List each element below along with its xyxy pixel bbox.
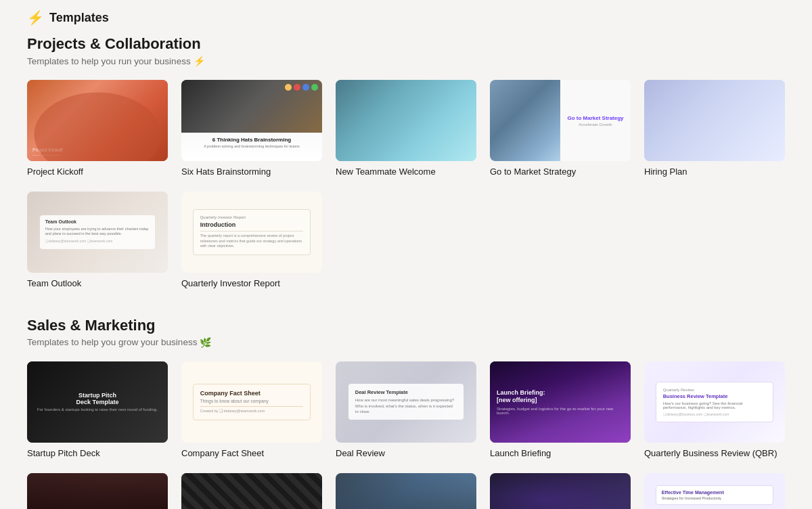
- use-template-button-partial-1[interactable]: Use template: [62, 486, 134, 504]
- preview-button-six-hats[interactable]: Preview: [225, 123, 277, 141]
- section-title-sales: Sales & Marketing: [27, 317, 785, 334]
- template-card-project-kickoff[interactable]: Project Kickoff —— ——— —— Use template P…: [27, 80, 168, 178]
- use-template-button-hiring-plan[interactable]: Use template: [679, 100, 751, 118]
- preview-button-qbr[interactable]: Preview: [688, 405, 740, 422]
- card-title-go-to-market: Go to Market Strategy: [490, 167, 631, 178]
- use-template-button-team-outlook[interactable]: Use template: [62, 212, 134, 229]
- card-thumb-partial-4: Crafting the Perfect Website... Use temp…: [490, 473, 631, 509]
- card-title-quarterly-investor: Quarterly Investor Report: [181, 278, 322, 290]
- preview-button-deal-review[interactable]: Preview: [380, 405, 432, 422]
- card-thumb-deal-review: Deal Review Template How are our most me…: [336, 361, 476, 443]
- template-card-quarterly-investor[interactable]: Quarterly Investor Report Introduction T…: [181, 192, 322, 290]
- use-template-button-company-fact[interactable]: Use template: [216, 382, 288, 399]
- use-template-button-deal-review[interactable]: Use template: [370, 382, 443, 399]
- use-template-button-go-to-market[interactable]: Use template: [524, 100, 597, 118]
- preview-button-new-teammate[interactable]: Preview: [380, 123, 432, 141]
- template-card-partial-4[interactable]: Crafting the Perfect Website... Use temp…: [490, 473, 631, 509]
- template-card-partial-3[interactable]: Applied Logistics for... Use template: [336, 473, 476, 509]
- card-thumb-company-fact: Company Fact Sheet Things to know about …: [181, 361, 322, 443]
- card-title-qbr: Quarterly Business Review (QBR): [644, 448, 785, 460]
- use-template-button-project-kickoff[interactable]: Use template: [62, 100, 134, 118]
- card-title-team-outlook: Team Outlook: [27, 278, 168, 290]
- section-title-projects: Projects & Collaboration: [27, 35, 785, 53]
- template-card-launch-briefing[interactable]: Launch Briefing:[new offering] Strategie…: [490, 361, 631, 460]
- template-grid-sales: Startup PitchDeck Template For founders …: [27, 361, 785, 460]
- template-card-partial-1[interactable]: Use template: [27, 473, 168, 509]
- card-thumb-team-outlook: Team Outlook How your employees are tryi…: [27, 192, 168, 273]
- use-template-button-partial-2[interactable]: Use template: [216, 486, 288, 504]
- card-thumb-six-hats: 6 Thinking Hats Brainstorming A problem …: [181, 80, 322, 161]
- preview-button-quarterly-investor[interactable]: Preview: [225, 235, 277, 252]
- card-thumb-partial-2: CompuY: Managing Employee Comp... Use te…: [181, 473, 322, 509]
- section-subtitle-sales: Templates to help you grow your business…: [27, 337, 785, 348]
- card-thumb-startup-pitch: Startup PitchDeck Template For founders …: [27, 361, 168, 443]
- card-thumb-partial-3: Applied Logistics for... Use template: [336, 473, 476, 509]
- card-thumb-hiring-plan: Hiring Plan Template Here we are the rig…: [644, 80, 785, 161]
- section-subtitle-projects: Templates to help you run your business …: [27, 56, 785, 66]
- use-template-button-partial-5[interactable]: Use template: [679, 486, 751, 504]
- use-template-button-partial-3[interactable]: Use template: [370, 486, 443, 504]
- preview-button-team-outlook[interactable]: Preview: [71, 235, 123, 252]
- preview-button-go-to-market[interactable]: Preview: [534, 123, 586, 141]
- preview-button-hiring-plan[interactable]: Preview: [688, 123, 740, 141]
- section-projects-collaboration: Projects & Collaboration Templates to he…: [27, 35, 785, 290]
- subtitle-icon-sales: 🌿: [200, 337, 211, 348]
- template-card-partial-5[interactable]: Effective Time Management Strategies for…: [644, 473, 785, 509]
- main-content: Projects & Collaboration Templates to he…: [0, 35, 812, 509]
- template-card-deal-review[interactable]: Deal Review Template How are our most me…: [336, 361, 476, 460]
- card-title-company-fact: Company Fact Sheet: [181, 448, 322, 460]
- template-card-go-to-market[interactable]: Go to Market Strategy Accelerate Growth …: [490, 80, 631, 178]
- card-title-new-teammate: New Teammate Welcome: [336, 167, 476, 178]
- card-title-startup-pitch: Startup Pitch Deck: [27, 448, 168, 460]
- partial-cards-row: Use template CompuY: Managing Employee C…: [27, 473, 785, 509]
- card-thumb-launch-briefing: Launch Briefing:[new offering] Strategie…: [490, 361, 631, 443]
- template-card-partial-2[interactable]: CompuY: Managing Employee Comp... Use te…: [181, 473, 322, 509]
- header: ⚡ Templates: [0, 0, 812, 35]
- use-template-button-quarterly-investor[interactable]: Use template: [216, 212, 288, 229]
- card-thumb-new-teammate: New Teammate Welcome Here are a few thin…: [336, 80, 476, 161]
- template-grid-projects: Project Kickoff —— ——— —— Use template P…: [27, 80, 785, 290]
- card-title-hiring-plan: Hiring Plan: [644, 167, 785, 178]
- template-card-hiring-plan[interactable]: Hiring Plan Template Here we are the rig…: [644, 80, 785, 178]
- template-card-new-teammate[interactable]: New Teammate Welcome Here are a few thin…: [336, 80, 476, 178]
- card-thumb-go-to-market: Go to Market Strategy Accelerate Growth …: [490, 80, 631, 161]
- card-thumb-partial-5: Effective Time Management Strategies for…: [644, 473, 785, 509]
- card-title-six-hats: Six Hats Brainstorming: [181, 167, 322, 178]
- preview-button-project-kickoff[interactable]: Preview: [71, 123, 123, 141]
- template-card-team-outlook[interactable]: Team Outlook How your employees are tryi…: [27, 192, 168, 290]
- preview-button-company-fact[interactable]: Preview: [225, 405, 277, 422]
- card-title-project-kickoff: Project Kickoff: [27, 167, 168, 178]
- card-thumb-partial-1: Use template: [27, 473, 168, 509]
- use-template-button-six-hats[interactable]: Use template: [216, 100, 288, 118]
- page-title: Templates: [49, 11, 109, 25]
- use-template-button-qbr[interactable]: Use template: [679, 382, 751, 399]
- card-thumb-qbr: Quarterly Review Business Review Templat…: [644, 361, 785, 443]
- template-card-six-hats[interactable]: 6 Thinking Hats Brainstorming A problem …: [181, 80, 322, 178]
- template-card-company-fact[interactable]: Company Fact Sheet Things to know about …: [181, 361, 322, 460]
- use-template-button-new-teammate[interactable]: Use template: [370, 100, 443, 118]
- lightning-icon: ⚡: [27, 9, 44, 26]
- card-thumb-quarterly-investor: Quarterly Investor Report Introduction T…: [181, 192, 322, 273]
- template-card-qbr[interactable]: Quarterly Review Business Review Templat…: [644, 361, 785, 460]
- template-card-startup-pitch[interactable]: Startup PitchDeck Template For founders …: [27, 361, 168, 460]
- card-title-deal-review: Deal Review: [336, 448, 476, 460]
- use-template-button-partial-4[interactable]: Use template: [524, 486, 597, 504]
- section-sales-marketing: Sales & Marketing Templates to help you …: [27, 317, 785, 509]
- subtitle-icon-projects: ⚡: [194, 56, 205, 66]
- card-title-launch-briefing: Launch Briefing: [490, 448, 631, 460]
- card-thumb-project-kickoff: Project Kickoff —— ——— —— Use template P…: [27, 80, 168, 161]
